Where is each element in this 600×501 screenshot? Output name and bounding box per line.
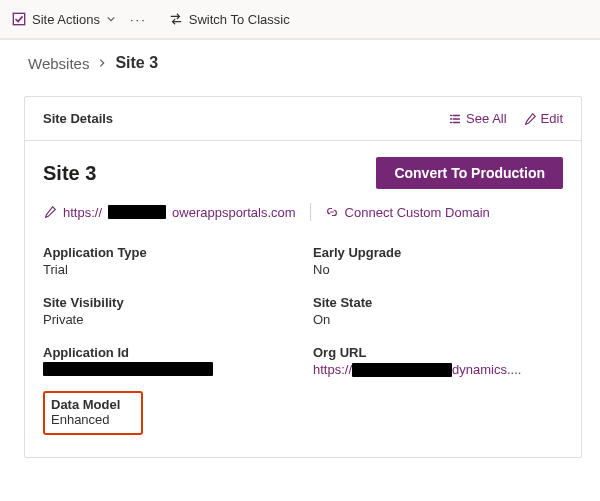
card-title: Site Details <box>43 111 113 126</box>
links-row: https:// owerappsportals.com Connect Cus… <box>43 203 563 221</box>
breadcrumb-root[interactable]: Websites <box>28 55 89 72</box>
field-early-upgrade: Early Upgrade No <box>313 245 563 277</box>
checkbox-icon <box>12 12 26 26</box>
field-label: Application Id <box>43 345 293 360</box>
chevron-right-icon <box>97 58 107 68</box>
convert-to-production-button[interactable]: Convert To Production <box>376 157 563 189</box>
field-label: Site Visibility <box>43 295 293 310</box>
breadcrumb-current: Site 3 <box>115 54 158 72</box>
switch-arrows-icon <box>169 12 183 26</box>
field-application-id: Application Id <box>43 345 293 377</box>
pencil-icon <box>43 205 57 219</box>
field-value: Enhanced <box>51 412 133 427</box>
more-actions-button[interactable]: ··· <box>130 12 147 27</box>
site-name-heading: Site 3 <box>43 162 96 185</box>
card-top-row: Site 3 Convert To Production <box>43 157 563 189</box>
org-url-link[interactable]: https:// dynamics.... <box>313 362 563 377</box>
connect-custom-domain-link[interactable]: Connect Custom Domain <box>325 205 490 220</box>
site-details-card: Site Details See All Edit Site 3 Convert… <box>24 96 582 458</box>
switch-to-classic-button[interactable]: Switch To Classic <box>169 12 290 27</box>
see-all-label: See All <box>466 111 506 126</box>
field-label: Application Type <box>43 245 293 260</box>
card-actions: See All Edit <box>448 111 563 126</box>
url-prefix: https:// <box>63 205 102 220</box>
site-actions-label: Site Actions <box>32 12 100 27</box>
site-url-link[interactable]: https:// owerappsportals.com <box>43 205 296 220</box>
org-url-suffix: dynamics.... <box>452 362 521 377</box>
pencil-icon <box>523 112 537 126</box>
field-label: Data Model <box>51 397 133 412</box>
url-suffix: owerappsportals.com <box>172 205 296 220</box>
see-all-button[interactable]: See All <box>448 111 506 126</box>
application-id-redacted <box>43 362 213 376</box>
vertical-divider <box>310 203 311 221</box>
toolbar: Site Actions ··· Switch To Classic <box>0 0 600 40</box>
switch-to-classic-label: Switch To Classic <box>189 12 290 27</box>
card-header: Site Details See All Edit <box>25 97 581 141</box>
field-data-model-highlight: Data Model Enhanced <box>43 391 143 435</box>
url-redacted <box>108 205 166 219</box>
org-url-redacted <box>352 363 452 377</box>
edit-label: Edit <box>541 111 563 126</box>
chevron-down-icon <box>106 14 116 24</box>
svg-rect-0 <box>13 13 24 24</box>
field-value: Trial <box>43 262 293 277</box>
link-icon <box>325 205 339 219</box>
breadcrumb: Websites Site 3 <box>0 40 600 82</box>
org-url-prefix: https:// <box>313 362 352 377</box>
edit-button[interactable]: Edit <box>523 111 563 126</box>
field-application-type: Application Type Trial <box>43 245 293 277</box>
list-icon <box>448 112 462 126</box>
connect-domain-label: Connect Custom Domain <box>345 205 490 220</box>
site-actions-menu[interactable]: Site Actions <box>12 12 116 27</box>
field-label: Site State <box>313 295 563 310</box>
field-value: Private <box>43 312 293 327</box>
field-site-state: Site State On <box>313 295 563 327</box>
field-site-visibility: Site Visibility Private <box>43 295 293 327</box>
field-value: On <box>313 312 563 327</box>
field-label: Early Upgrade <box>313 245 563 260</box>
details-grid: Application Type Trial Early Upgrade No … <box>43 245 563 377</box>
field-value: No <box>313 262 563 277</box>
field-org-url: Org URL https:// dynamics.... <box>313 345 563 377</box>
card-body: Site 3 Convert To Production https:// ow… <box>25 141 581 457</box>
field-label: Org URL <box>313 345 563 360</box>
